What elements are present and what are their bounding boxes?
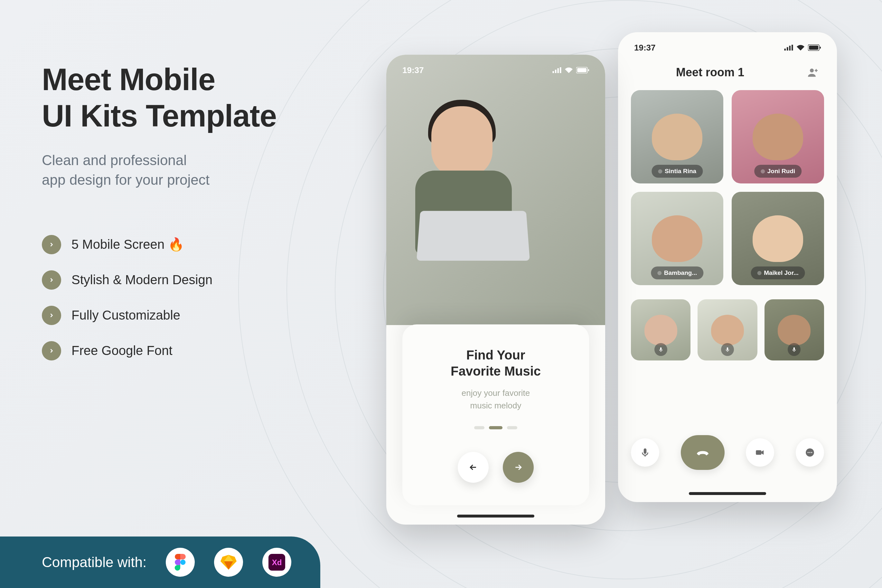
feature-text: Free Google Font [72, 344, 172, 358]
svg-rect-21 [555, 70, 556, 74]
svg-rect-26 [588, 69, 589, 71]
feature-text: 5 Mobile Screen 🔥 [72, 237, 184, 252]
mic-muted-icon [721, 343, 734, 356]
phone-onboarding: 19:37 Find Your Favorite Music enjoy you… [386, 55, 605, 525]
room-title: Meet room 1 [676, 66, 744, 79]
svg-point-10 [810, 69, 814, 72]
svg-rect-11 [660, 347, 662, 350]
svg-rect-12 [727, 347, 729, 350]
chevron-right-icon [42, 235, 61, 254]
status-icons [784, 44, 821, 51]
participant-tile[interactable]: Bambang... [631, 192, 723, 285]
feature-item: Free Google Font [42, 341, 364, 360]
feature-list: 5 Mobile Screen 🔥 Stylish & Modern Desig… [42, 235, 364, 360]
subtitle-line-2: app design for your project [42, 172, 210, 188]
participant-tile[interactable]: Maikel Jor... [732, 192, 824, 285]
promo-content: Meet Mobile UI Kits Template Clean and p… [42, 61, 364, 360]
svg-point-19 [811, 452, 812, 453]
page-subtitle: Clean and professional app design for yo… [42, 150, 364, 190]
phone-meet-room: 19:37 Meet room 1 Sintia Rina Joni Rudi … [618, 32, 837, 502]
sketch-icon [214, 548, 243, 577]
card-title-line-2: Favorite Music [451, 364, 541, 378]
feature-item: Fully Customizable [42, 306, 364, 325]
participant-tile[interactable]: Sintia Rina [631, 90, 723, 183]
participant-tile-small[interactable] [631, 299, 690, 360]
svg-rect-20 [553, 71, 554, 73]
chevron-right-icon [42, 270, 61, 290]
card-sub-line-1: enjoy your favorite [462, 388, 530, 398]
svg-rect-15 [756, 450, 762, 455]
participant-tile[interactable]: Joni Rudi [732, 90, 824, 183]
mic-icon [657, 271, 662, 275]
home-indicator[interactable] [457, 514, 534, 518]
participant-name: Sintia Rina [665, 168, 696, 175]
nav-buttons [415, 452, 576, 483]
mic-muted-icon [654, 343, 667, 356]
chat-button[interactable] [796, 438, 824, 466]
svg-rect-5 [789, 46, 791, 51]
svg-rect-4 [787, 47, 788, 51]
page-indicator [415, 426, 576, 429]
svg-rect-3 [784, 49, 786, 51]
end-call-button[interactable] [681, 435, 724, 470]
svg-rect-14 [644, 448, 647, 454]
mic-icon [757, 271, 761, 275]
feature-text: Fully Customizable [72, 308, 180, 322]
video-button[interactable] [746, 438, 774, 466]
chevron-right-icon [42, 341, 61, 360]
participant-name: Bambang... [664, 269, 697, 276]
mic-muted-icon [788, 343, 801, 356]
page-dot[interactable] [474, 426, 484, 429]
page-dot-active[interactable] [489, 426, 502, 429]
hero-image [386, 55, 605, 325]
add-user-button[interactable] [805, 64, 821, 81]
figma-icon [166, 548, 195, 577]
status-time: 19:37 [402, 65, 424, 75]
status-bar: 19:37 [618, 41, 837, 54]
svg-rect-6 [792, 45, 793, 51]
chevron-right-icon [42, 306, 61, 325]
status-icons [552, 67, 589, 74]
status-time: 19:37 [634, 43, 656, 53]
feature-item: 5 Mobile Screen 🔥 [42, 235, 364, 254]
feature-text: Stylish & Modern Design [72, 273, 213, 287]
card-sub-line-2: music melody [470, 401, 522, 410]
compat-footer: Compatible with: Xd [0, 537, 320, 588]
svg-rect-22 [558, 68, 559, 73]
adobe-xd-icon: Xd [262, 548, 291, 577]
svg-point-17 [808, 452, 808, 453]
phone-mockups: 19:37 Meet room 1 Sintia Rina Joni Rudi … [386, 32, 837, 579]
mic-icon [658, 169, 662, 174]
page-dot[interactable] [507, 426, 517, 429]
svg-rect-23 [560, 67, 561, 73]
participant-tile-small[interactable] [698, 299, 757, 360]
svg-point-0 [180, 560, 185, 565]
back-button[interactable] [458, 452, 489, 483]
participant-row-small [631, 299, 824, 360]
person-illustration [406, 93, 528, 261]
participant-name: Maikel Jor... [764, 269, 799, 276]
participant-grid: Sintia Rina Joni Rudi Bambang... Maikel … [631, 90, 824, 285]
next-button[interactable] [503, 452, 534, 483]
feature-item: Stylish & Modern Design [42, 270, 364, 290]
onboarding-card: Find Your Favorite Music enjoy your favo… [402, 324, 589, 505]
compat-label: Compatible with: [42, 554, 147, 570]
title-line-2: UI Kits Template [42, 99, 276, 133]
participant-tile-small[interactable] [765, 299, 824, 360]
home-indicator[interactable] [689, 492, 766, 495]
svg-rect-8 [809, 46, 818, 50]
room-header: Meet room 1 [618, 64, 837, 81]
svg-text:Xd: Xd [272, 558, 282, 567]
card-title: Find Your Favorite Music [415, 347, 576, 379]
card-subtitle: enjoy your favorite music melody [415, 387, 576, 412]
subtitle-line-1: Clean and professional [42, 152, 187, 168]
page-title: Meet Mobile UI Kits Template [42, 61, 364, 134]
mic-icon [760, 169, 765, 174]
mic-button[interactable] [631, 438, 659, 466]
svg-rect-13 [794, 347, 795, 350]
card-title-line-1: Find Your [466, 348, 525, 362]
call-controls [631, 435, 824, 470]
svg-rect-9 [820, 46, 821, 49]
participant-name: Joni Rudi [767, 168, 795, 175]
svg-rect-25 [577, 68, 586, 72]
